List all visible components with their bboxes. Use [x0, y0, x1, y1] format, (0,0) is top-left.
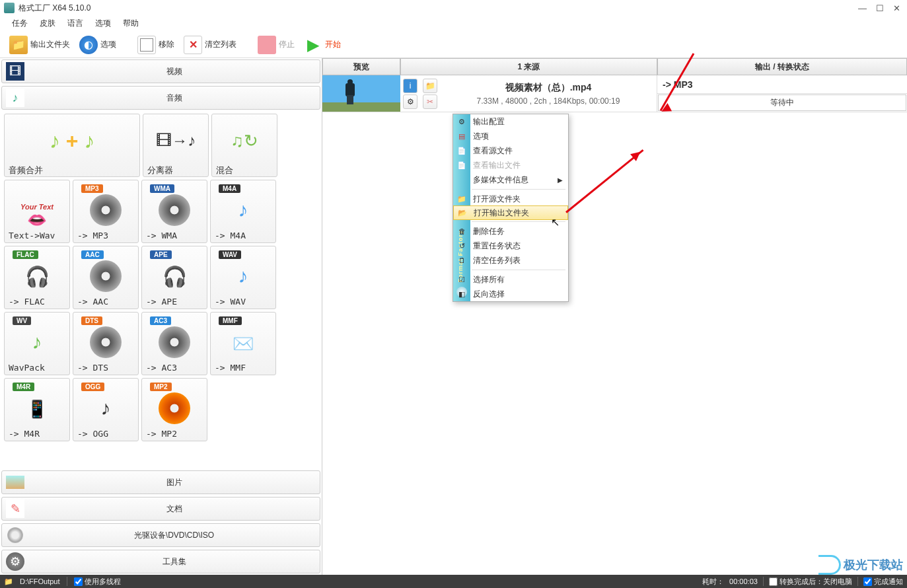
category-audio-label: 音频 — [28, 92, 320, 104]
tile-flac[interactable]: FLAC🎧 -> FLAC — [4, 246, 70, 309]
notify-label: 完成通知 — [874, 577, 903, 585]
remove-label: 移除 — [159, 39, 174, 50]
picture-icon — [6, 473, 24, 492]
tile-text-wav[interactable]: Your Text👄 Text->Wav — [4, 180, 70, 243]
task-row[interactable]: i ⚙ 📁 ✂ 视频素材（总）.mp4 7.33M , 48000 , 2ch … — [322, 75, 907, 112]
toolbar: 📁 输出文件夹 ◐ 选项 移除 ✕ 清空列表 停止 ▶ 开始 — [0, 32, 907, 58]
category-audio[interactable]: ♪ 音频 — [1, 86, 320, 110]
tools-icon: ⚙ — [6, 552, 24, 571]
options-icon: ◐ — [79, 36, 98, 54]
ctx-invert-selection[interactable]: ◧反向选择 — [453, 287, 568, 301]
multithread-checkbox[interactable]: 使用多线程 — [74, 577, 121, 587]
ctx-media-info[interactable]: 多媒体文件信息▶ — [453, 172, 568, 187]
format-grid: ♪ + ♪ 音频合并 🎞→♪ 分离器 ♫↻ 混合 Your Text👄 Text… — [1, 111, 320, 469]
tile-label: Text->Wav — [9, 231, 65, 241]
folder-icon[interactable]: 📁 — [423, 79, 437, 93]
tile-ac3[interactable]: AC3 -> AC3 — [141, 312, 207, 375]
badge: MP2 — [150, 383, 172, 391]
tile-label: -> MP3 — [77, 231, 134, 241]
tile-label: -> APE — [146, 297, 203, 307]
tile-dts[interactable]: DTS -> DTS — [73, 312, 139, 375]
tile-ogg[interactable]: OGG♪ -> OGG — [73, 378, 139, 441]
stop-button[interactable]: 停止 — [255, 34, 297, 55]
tile-mix[interactable]: ♫↻ 混合 — [211, 114, 277, 177]
ctx-label: 重置任务状态 — [473, 240, 521, 252]
output-path[interactable]: D:\FFOutput — [20, 577, 60, 585]
after-convert-checkbox[interactable]: 转换完成后：关闭电脑 — [769, 577, 852, 587]
category-document-label: 文档 — [28, 503, 320, 515]
tile-wma[interactable]: WMA -> WMA — [141, 180, 207, 243]
tile-label: -> MMF — [215, 363, 272, 373]
output-folder-button[interactable]: 📁 输出文件夹 — [7, 34, 73, 55]
tile-wav[interactable]: WAV♪ -> WAV — [210, 246, 276, 309]
badge: MMF — [219, 316, 242, 325]
list-icon: ▤ — [456, 131, 467, 141]
remove-button[interactable]: 移除 — [135, 34, 177, 55]
ctx-view-source[interactable]: 📄查看源文件 — [453, 143, 568, 158]
after-value: 关闭电脑 — [823, 577, 852, 585]
tile-label: -> AAC — [77, 297, 134, 307]
ctx-label: 输出配置 — [473, 116, 505, 128]
menu-language[interactable]: 语言 — [67, 18, 83, 29]
tile-splitter[interactable]: 🎞→♪ 分离器 — [143, 114, 209, 177]
settings-icon[interactable]: ⚙ — [403, 94, 417, 109]
minimize-button[interactable]: — — [858, 3, 867, 13]
header-preview[interactable]: 预览 — [322, 58, 400, 75]
ctx-label: 反向选择 — [473, 289, 505, 300]
tile-mp2[interactable]: MP2 -> MP2 — [141, 378, 207, 441]
ctx-options[interactable]: ▤选项 — [453, 129, 568, 143]
category-cd[interactable]: 光驱设备\DVD\CD\ISO — [1, 523, 320, 547]
tile-label: 混合 — [216, 165, 273, 175]
close-button[interactable]: ✕ — [893, 3, 900, 13]
remove-icon — [137, 36, 156, 54]
category-panel: 🎞 视频 ♪ 音频 ♪ + ♪ 音频合并 🎞→♪ 分离器 ♫↻ 混合 — [0, 58, 322, 575]
tile-wavpack[interactable]: WV♪ WavPack — [4, 312, 70, 375]
tile-m4r[interactable]: M4R📱 -> M4R — [4, 378, 70, 441]
info-icon[interactable]: i — [403, 79, 417, 93]
category-video-label: 视频 — [28, 66, 320, 77]
ctx-select-all[interactable]: ☑选择所有 — [453, 272, 568, 287]
tile-ape[interactable]: APE🎧 -> APE — [141, 246, 207, 309]
tile-aac[interactable]: AAC -> AAC — [73, 246, 139, 309]
badge: AAC — [81, 250, 104, 259]
menu-task[interactable]: 任务 — [12, 18, 28, 29]
tile-mmf[interactable]: MMF✉️ -> MMF — [210, 312, 276, 375]
start-button[interactable]: ▶ 开始 — [301, 34, 344, 55]
menu-help[interactable]: 帮助 — [123, 18, 139, 29]
play-icon: ▶ — [304, 36, 322, 54]
category-document[interactable]: ✎ 文档 — [1, 497, 320, 521]
tile-m4a[interactable]: M4A♪ -> M4A — [210, 180, 276, 243]
chevron-right-icon: ▶ — [558, 176, 563, 184]
file-icon: 📄 — [456, 160, 467, 170]
category-video[interactable]: 🎞 视频 — [1, 59, 320, 83]
ctx-reset-status[interactable]: ↺重置任务状态 — [453, 239, 568, 253]
menu-bar: 任务 皮肤 语言 选项 帮助 — [0, 16, 907, 32]
range-icon[interactable]: ✂ — [423, 94, 437, 109]
folder-icon: 📂 — [457, 207, 468, 218]
header-output[interactable]: 输出 / 转换状态 — [657, 58, 907, 75]
ctx-open-source-folder[interactable]: 📁打开源文件夹 — [453, 192, 568, 206]
options-label: 选项 — [100, 39, 116, 50]
elapsed-label: 耗时： — [702, 577, 724, 587]
notify-checkbox[interactable]: 完成通知 — [863, 577, 903, 587]
cursor-icon: ↖ — [551, 216, 560, 229]
maximize-button[interactable]: ☐ — [876, 3, 884, 13]
header-source[interactable]: 1 来源 — [400, 58, 657, 75]
options-button[interactable]: ◐ 选项 — [77, 34, 119, 55]
ctx-output-config[interactable]: ⚙输出配置 — [453, 114, 568, 129]
category-tools[interactable]: ⚙ 工具集 — [1, 550, 320, 573]
badge: WMA — [150, 184, 174, 193]
tile-audio-merge[interactable]: ♪ + ♪ 音频合并 — [4, 114, 140, 177]
select-all-icon: ☑ — [456, 274, 467, 285]
ctx-clear-tasks[interactable]: 🗒清空任务列表 — [453, 253, 568, 268]
badge: WAV — [219, 250, 241, 259]
menu-options[interactable]: 选项 — [95, 18, 111, 29]
badge: M4A — [219, 184, 240, 193]
ctx-label: 选择所有 — [473, 274, 505, 285]
badge: AC3 — [150, 316, 171, 325]
tile-mp3[interactable]: MP3 -> MP3 — [73, 180, 139, 243]
category-picture[interactable]: 图片 — [1, 470, 320, 494]
window-title: 格式工厂 X64 5.10.0 — [18, 3, 858, 14]
menu-skin[interactable]: 皮肤 — [40, 18, 55, 29]
clear-list-button[interactable]: ✕ 清空列表 — [181, 34, 239, 55]
